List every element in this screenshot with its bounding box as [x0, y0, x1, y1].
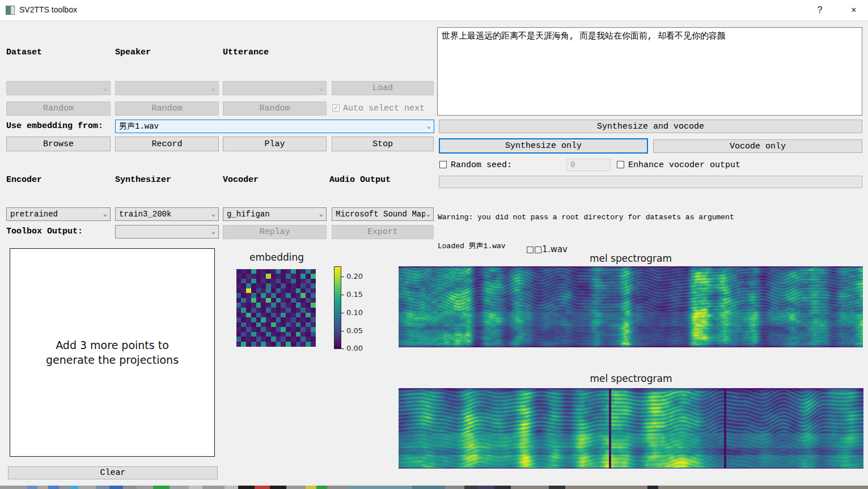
colorbar-tick-label: 0.00	[346, 344, 363, 352]
taskbar-segment	[238, 486, 255, 489]
toolbox-output-combobox[interactable]: ⌄	[115, 225, 219, 239]
random-seed-checkbox[interactable]	[439, 161, 447, 168]
window-title: SV2TTS toolbox	[19, 5, 77, 14]
record-button[interactable]: Record	[115, 137, 219, 151]
speaker-combobox[interactable]: ⌄	[115, 81, 219, 95]
taskbar-segment	[70, 486, 78, 489]
browse-button[interactable]: Browse	[6, 137, 111, 151]
taskbar-segment	[494, 486, 511, 489]
load-button[interactable]: Load	[332, 81, 434, 95]
replay-button[interactable]: Replay	[223, 225, 327, 239]
export-button[interactable]: Export	[332, 225, 434, 239]
mel-spectrogram-2-title: mel spectrogram	[399, 373, 863, 384]
mel-spectrogram-2-canvas	[399, 388, 863, 469]
taskbar-segment	[96, 486, 109, 489]
taskbar-segment	[549, 486, 565, 489]
taskbar-segment	[202, 486, 225, 489]
mel-spectrogram-1-title: mel spectrogram	[399, 253, 863, 264]
taskbar-segment	[565, 486, 647, 489]
taskbar-segment	[27, 486, 37, 489]
utterance-random-button[interactable]: Random	[223, 101, 327, 116]
log-line: Loaded 男声1.wav	[438, 241, 866, 251]
app-window: SV2TTS toolbox ? × Dataset Speaker Utter…	[0, 0, 868, 489]
dataset-random-button[interactable]: Random	[6, 101, 111, 116]
taskbar-segment	[658, 486, 868, 489]
taskbar-segment	[0, 486, 27, 489]
help-button[interactable]: ?	[812, 4, 828, 16]
colorbar-tick	[341, 331, 344, 331]
synthesize-and-vocode-button[interactable]: Synthesize and vocode	[439, 120, 862, 133]
app-icon	[6, 6, 15, 15]
encoder-combobox[interactable]: pretrained⌄	[6, 207, 111, 221]
auto-select-checkbox[interactable]: ✓	[332, 104, 340, 112]
embedding-heatmap-canvas	[236, 269, 316, 347]
speaker-random-button[interactable]: Random	[115, 101, 219, 116]
colorbar-tick	[341, 295, 344, 295]
taskbar-segment	[270, 486, 286, 489]
mel-spectrogram-1-canvas	[399, 266, 863, 347]
synthesizer-combobox[interactable]: train3_200k⌄	[115, 207, 219, 221]
chevron-down-icon: ⌄	[319, 85, 323, 92]
audio-output-label: Audio Output	[329, 175, 391, 185]
taskbar-segment	[189, 486, 202, 489]
chevron-down-icon: ⌄	[211, 85, 215, 92]
embedding-source-label: Use embedding from:	[6, 121, 103, 131]
colorbar-tick	[341, 348, 344, 349]
dataset-combobox[interactable]: ⌄	[6, 81, 111, 95]
close-button[interactable]: ×	[846, 4, 862, 16]
taskbar-segment	[412, 486, 445, 489]
projection-message-line1: Add 3 more points to	[56, 338, 169, 352]
taskbar-segment	[37, 486, 48, 489]
clear-button[interactable]: Clear	[8, 466, 218, 479]
chevron-down-icon: ⌄	[211, 228, 215, 235]
taskbar-segment	[48, 486, 59, 489]
colorbar-tick-label: 0.05	[346, 326, 363, 335]
chevron-down-icon: ⌄	[427, 123, 431, 130]
taskbar-segment	[511, 486, 549, 489]
vocode-only-button[interactable]: Vocode only	[653, 139, 862, 153]
enhance-vocoder-label: Enhance vocoder output	[628, 160, 740, 170]
projection-plot: Add 3 more points to generate the projec…	[10, 248, 215, 457]
dataset-label: Dataset	[6, 48, 42, 57]
colorbar-tick-label: 0.10	[346, 308, 363, 317]
taskbar-segment	[647, 486, 658, 489]
synthesizer-label: Synthesizer	[115, 175, 171, 185]
log-line: Warning: you did not pass a root directo…	[438, 212, 866, 222]
projection-message-line2: generate the projections	[46, 352, 179, 367]
colorbar-tick	[341, 277, 344, 277]
taskbar-strip	[0, 486, 868, 489]
text-prompt-textarea[interactable]: 世界上最遥远的距离不是天涯海角, 而是我站在你面前, 却看不见你的容颜	[437, 27, 862, 116]
taskbar-segment	[316, 486, 327, 489]
embedding-source-combobox[interactable]: 男声1.wav ⌄	[115, 120, 434, 133]
taskbar-segment	[78, 486, 96, 489]
utterance-label: Utterance	[223, 48, 269, 57]
chevron-down-icon: ⌄	[211, 211, 215, 218]
synthesize-only-button[interactable]: Synthesize only	[439, 138, 648, 154]
taskbar-segment	[327, 486, 346, 489]
play-button[interactable]: Play	[223, 137, 327, 151]
taskbar-segment	[170, 486, 189, 489]
stop-button[interactable]: Stop	[332, 137, 434, 151]
seed-input[interactable]	[566, 159, 611, 171]
vocoder-combobox[interactable]: g_hifigan⌄	[223, 207, 327, 221]
utterance-combobox[interactable]: ⌄	[223, 81, 327, 95]
auto-select-label: Auto select next	[343, 104, 425, 113]
chevron-down-icon: ⌄	[319, 211, 323, 218]
vocoder-label: Vocoder	[223, 175, 259, 185]
taskbar-segment	[478, 486, 494, 489]
toolbox-output-label: Toolbox Output:	[6, 227, 83, 236]
taskbar-segment	[464, 486, 478, 489]
audio-output-combobox[interactable]: Microsoft Sound Mapp⌄	[332, 207, 434, 221]
taskbar-segment	[286, 486, 306, 489]
taskbar-segment	[445, 486, 464, 489]
speaker-label: Speaker	[115, 48, 151, 57]
taskbar-segment	[137, 486, 153, 489]
taskbar-segment	[109, 486, 123, 489]
chevron-down-icon: ⌄	[103, 85, 107, 92]
enhance-vocoder-checkbox[interactable]	[617, 161, 624, 168]
taskbar-segment	[255, 486, 270, 489]
random-seed-label: Random seed:	[451, 160, 512, 170]
chevron-down-icon: ⌄	[426, 211, 430, 218]
title-bar	[0, 0, 868, 21]
taskbar-segment	[346, 486, 412, 489]
